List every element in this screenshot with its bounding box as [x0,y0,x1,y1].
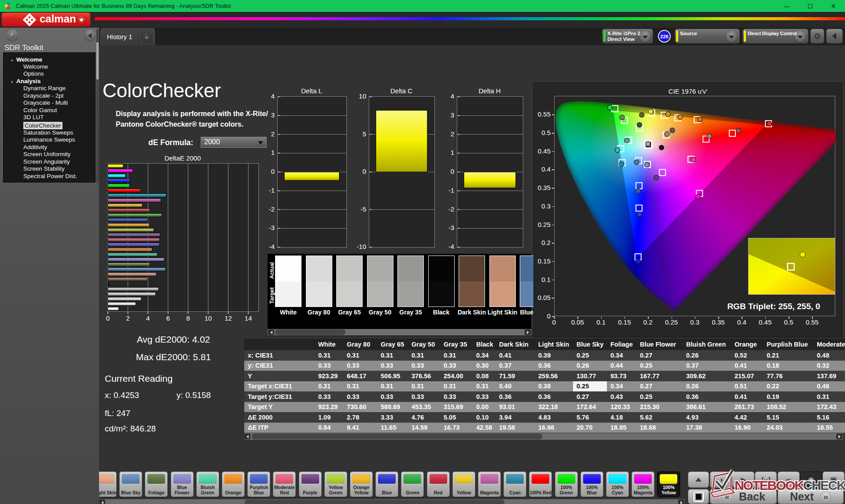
exposure-badge[interactable]: 226 [658,30,671,43]
patch-button-100-cyan[interactable]: 100%Cyan [606,471,629,497]
cie-chart-panel: CIE 1976 u'v' [533,83,842,337]
maximize-button[interactable] [798,0,822,12]
patch-strip-scrollbar[interactable] [99,499,685,504]
patch-button-blue[interactable]: Blue [375,471,398,497]
source-dropdown-arrow-icon[interactable] [726,31,737,42]
deltae-bar-blue-flower [108,258,164,261]
patch-button-blue-flower[interactable]: BlueFlower [171,471,194,497]
current-reading-label: Current Reading [105,373,173,384]
calman-logo-button[interactable]: calman [1,12,91,27]
patch-button-foliage[interactable]: Foliage [145,471,168,497]
delta-h-y-tick: -2 [441,205,454,213]
sidebar-scrollbar[interactable] [96,29,99,183]
cie-x-tick: 0.3 [686,318,704,326]
patch-button-red[interactable]: Red [427,471,450,497]
display-control-dropdown[interactable]: Direct Display Control [742,29,808,44]
patch-button-yellow-green[interactable]: YellowGreen [324,471,347,497]
table-scrollbar-thumb[interactable] [252,434,542,439]
patch-button-100-red[interactable]: 100% Red [529,471,552,497]
loop-button[interactable]: ∞ [778,471,800,488]
deltae-bar-black [108,282,109,286]
settings-button[interactable]: ⚙ [810,29,824,44]
tree-item-screen-stability[interactable]: Screen Stability [4,165,95,173]
table-cell: 0.33 [408,391,440,402]
tree-item-3d-lut[interactable]: 3D LUT [4,114,95,121]
pattern-button[interactable]: ▣ [823,471,845,488]
tree-item-spectral-power-dist-[interactable]: Spectral Power Dist. [4,173,95,180]
delta-h-bar [464,172,516,188]
tree-item-screen-uniformity[interactable]: Screen Uniformity [4,151,95,158]
tree-item-additivity[interactable]: Additivity [4,144,95,151]
next-button[interactable]: Next» [778,489,844,504]
logo-dropdown-arrow-icon[interactable] [76,15,87,26]
delta-h-y-tick: -3 [441,224,454,231]
patch-button-yellow[interactable]: Yellow [452,471,475,497]
source-dropdown[interactable]: Source [675,29,740,44]
de-formula-select[interactable]: 2000 [200,136,267,148]
patch-button-moderate-red[interactable]: ModerateRed [273,471,296,497]
tree-item-grayscale-multi[interactable]: Grayscale - Multi [4,99,95,107]
workflow-radio-button[interactable] [7,30,18,41]
patch-button-magenta[interactable]: Magenta [478,471,501,497]
patch-scroll-left-icon[interactable] [99,500,105,504]
read-continuous-button[interactable]: ◉ [800,471,822,488]
minimize-button[interactable]: — [775,0,798,12]
patch-button-purplish-blue[interactable]: PurplishBlue [247,471,270,497]
patch-button-100-blue[interactable]: 100%Blue [580,471,603,497]
sidebar-collapse-button[interactable] [84,30,96,41]
add-tab-button[interactable]: + [138,29,154,45]
tree-item-saturation-sweeps[interactable]: Saturation Sweeps [4,129,95,137]
table-cell: 0.40 [496,381,535,392]
tree-item-screen-angularity[interactable]: Screen Angularity [4,158,95,166]
patch-button-purple[interactable]: Purple [299,471,322,497]
patch-button-orange[interactable]: Orange [222,471,245,497]
tree-item-welcome[interactable]: Welcome [4,63,95,71]
patch-button-orange-yellow[interactable]: OrangeYellow [350,471,373,497]
table-scroll-left-icon[interactable] [244,434,250,439]
back-button[interactable]: «Back [710,489,777,504]
strip-collapse-button[interactable] [688,471,709,488]
patch-button-100-magenta[interactable]: 100%Magenta [632,471,654,497]
table-scroll-right-icon[interactable] [836,434,842,439]
table-cell: 0.34 [607,381,636,392]
patch-scrollbar-thumb[interactable] [245,500,504,504]
table-scrollbar[interactable] [244,433,843,440]
interval-button[interactable]: [··] [755,471,777,488]
strip-scroll-left-icon[interactable] [268,329,274,335]
patch-button-cyan[interactable]: Cyan [503,471,526,497]
patch-scroll-right-icon[interactable] [678,500,684,504]
reading-cdm2: cd/m²: 846.28 [105,424,156,434]
meter-dropdown-arrow-icon[interactable] [639,31,651,42]
table-cell: 19.58 [496,423,535,433]
tree-item-grayscale-2pt[interactable]: Grayscale - 2pt [4,92,95,100]
tree-item-options[interactable]: Options [4,70,95,78]
tree-group-analysis[interactable]: Analysis [4,78,95,85]
stop-button[interactable] [688,489,709,504]
panel-collapse-button[interactable] [826,29,843,44]
patch-button-light-skin[interactable]: Light Skin [99,471,117,497]
tab-history-1[interactable]: History 1 [101,29,138,45]
cie-measurement-dot [620,115,625,120]
patch-button-green[interactable]: Green [401,471,424,497]
strip-scrollbar[interactable] [268,329,531,336]
close-button[interactable]: ✕ [822,0,845,12]
table-cell: 18.55 [813,423,845,433]
patch-button-bluish-green[interactable]: BluishGreen [196,471,219,497]
play-button[interactable]: ▶ [732,471,754,488]
tree-item-color-gamut[interactable]: Color Gamut [4,107,95,114]
strip-scroll-right-icon[interactable] [525,329,531,335]
patch-button-blue-sky[interactable]: Blue Sky [119,471,142,497]
tree-group-welcome[interactable]: Welcome [4,56,95,63]
tree-item-dynamic-range[interactable]: Dynamic Range [4,85,95,92]
meter-dropdown[interactable]: X-Rite i1Pro 2 Direct View [602,29,653,44]
meter-mode-button[interactable]: ◑ [710,471,732,488]
tree-item-luminance-sweeps[interactable]: Luminance Sweeps [4,136,95,144]
patch-button-100-green[interactable]: 100%Green [555,471,578,497]
strip-patch-name: Light Skin [486,309,519,316]
tree-item-colorchecker[interactable]: ColorChecker [23,122,62,129]
strip-scrollbar-thumb[interactable] [275,329,345,335]
table-cell: 0.51 [731,381,763,392]
page-description: Display analysis is performed with the X… [116,109,268,130]
sidebar-scrollbar-thumb[interactable] [96,42,99,80]
patch-button-100-yellow[interactable]: 100%Yellow [657,471,680,497]
